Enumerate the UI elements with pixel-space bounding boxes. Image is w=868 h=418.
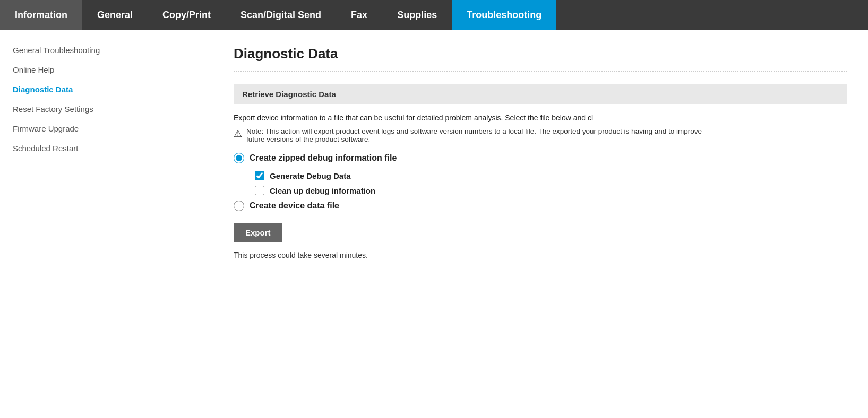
export-button[interactable]: Export xyxy=(234,223,282,242)
radio-device-data-label: Create device data file xyxy=(250,201,339,211)
radio-zipped-debug-input[interactable] xyxy=(234,153,244,163)
checkbox-group: Generate Debug Data Clean up debug infor… xyxy=(255,171,847,195)
radio-zipped-debug[interactable]: Create zipped debug information file xyxy=(234,153,847,163)
sidebar-item-scheduled-restart[interactable]: Scheduled Restart xyxy=(0,138,212,158)
sidebar-item-general-troubleshooting[interactable]: General Troubleshooting xyxy=(0,40,212,60)
sidebar-item-online-help[interactable]: Online Help xyxy=(0,60,212,80)
divider xyxy=(234,71,847,72)
radio-device-data-input[interactable] xyxy=(234,201,244,211)
checkbox-generate-debug-input[interactable] xyxy=(255,171,264,180)
nav-item-fax[interactable]: Fax xyxy=(336,0,382,30)
nav-item-copy-print[interactable]: Copy/Print xyxy=(148,0,226,30)
sidebar-item-diagnostic-data[interactable]: Diagnostic Data xyxy=(0,80,212,99)
note-container: ⚠ Note: This action will export product … xyxy=(234,127,711,143)
nav-item-troubleshooting[interactable]: Troubleshooting xyxy=(452,0,556,30)
checkbox-clean-up-debug[interactable]: Clean up debug information xyxy=(255,186,847,195)
page-title: Diagnostic Data xyxy=(234,46,847,62)
description-text: Export device information to a file that… xyxy=(234,114,711,122)
warning-icon: ⚠ xyxy=(234,128,242,140)
checkbox-generate-debug-label: Generate Debug Data xyxy=(270,171,351,180)
nav-item-scan-digital[interactable]: Scan/Digital Send xyxy=(226,0,336,30)
sidebar-item-firmware-upgrade[interactable]: Firmware Upgrade xyxy=(0,119,212,138)
process-text: This process could take several minutes. xyxy=(234,251,847,259)
sidebar: General Troubleshooting Online Help Diag… xyxy=(0,30,212,418)
radio-device-data[interactable]: Create device data file xyxy=(234,201,847,211)
checkbox-clean-up-debug-input[interactable] xyxy=(255,186,264,195)
note-text: Note: This action will export product ev… xyxy=(246,127,711,143)
sidebar-item-reset-factory[interactable]: Reset Factory Settings xyxy=(0,99,212,119)
nav-item-information[interactable]: Information xyxy=(0,0,82,30)
main-content: Diagnostic Data Retrieve Diagnostic Data… xyxy=(212,30,868,418)
radio-zipped-debug-label: Create zipped debug information file xyxy=(250,153,397,163)
top-navigation: Information General Copy/Print Scan/Digi… xyxy=(0,0,868,30)
section-header: Retrieve Diagnostic Data xyxy=(234,84,847,104)
nav-item-general[interactable]: General xyxy=(82,0,148,30)
checkbox-generate-debug[interactable]: Generate Debug Data xyxy=(255,171,847,180)
checkbox-clean-up-debug-label: Clean up debug information xyxy=(270,186,375,195)
page-layout: General Troubleshooting Online Help Diag… xyxy=(0,30,868,418)
nav-item-supplies[interactable]: Supplies xyxy=(382,0,452,30)
